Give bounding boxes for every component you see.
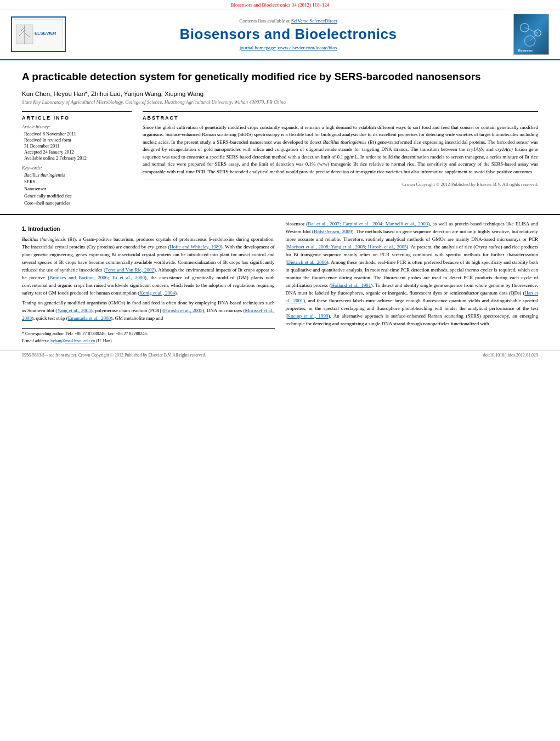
ref-morisset2[interactable]: Morisset et al., 2008; Yang et al., 2005… bbox=[287, 244, 407, 250]
elsevier-box: ELSEVIER bbox=[11, 16, 66, 52]
keyword-4: Genetically modified rice bbox=[22, 193, 132, 200]
intro-section-title: 1. Introduction bbox=[22, 225, 275, 234]
ref-kneipp[interactable]: Kneipp et al., 1999 bbox=[287, 313, 329, 319]
authors-line: Kun Chen, Heyou Han*, Zhihui Luo, Yanjun… bbox=[22, 90, 538, 97]
bottom-copyright: 0956-5663/$ – see front matter. Crown Co… bbox=[22, 353, 206, 358]
article-title: A practicable detection system for genet… bbox=[22, 70, 538, 84]
received-date: Received 8 November 2011 bbox=[22, 131, 132, 137]
elsevier-logo-svg: ELSEVIER bbox=[14, 19, 63, 49]
body-area: 1. Introduction Bacillus thuringiensis (… bbox=[0, 214, 560, 350]
keyword-5: Core–shell nanoparticles bbox=[22, 200, 132, 207]
authors-text: Kun Chen, Heyou Han*, Zhihui Luo, Yanjun… bbox=[22, 90, 203, 97]
ref-bai[interactable]: Bai et al., 2007; Carpini et al., 2004; … bbox=[308, 221, 428, 227]
homepage-line: journal homepage: www.elsevier.com/locat… bbox=[71, 45, 505, 50]
ref-yang2005[interactable]: Yang et al., 2005 bbox=[57, 308, 90, 313]
intro-section-name: Introduction bbox=[28, 226, 60, 232]
footnote-area: * Corresponding author. Tel.: +86 27 872… bbox=[22, 328, 275, 344]
received-revised-label: Received in revised form bbox=[22, 137, 132, 143]
article-info-header: ARTICLE INFO bbox=[22, 115, 132, 121]
article-info-col: ARTICLE INFO Article history: Received 8… bbox=[22, 111, 132, 207]
ref-emanuela[interactable]: Emanuela et al., 2000 bbox=[68, 315, 111, 321]
ref-holland[interactable]: Holland et al., 1991 bbox=[331, 282, 371, 288]
ref-han2001[interactable]: Han et al., 2001 bbox=[286, 290, 538, 303]
article-info-abstract: ARTICLE INFO Article history: Received 8… bbox=[22, 111, 538, 207]
bottom-bar: 0956-5663/$ – see front matter. Crown Co… bbox=[0, 350, 560, 360]
oryza-sativa: Oryza sativa bbox=[475, 244, 500, 250]
intro-section-number: 1. bbox=[22, 226, 26, 232]
abstract-col: ABSTRACT Since the global cultivation of… bbox=[143, 111, 538, 207]
ref-brookes[interactable]: Brookes and Barfoot, 2006; Tu et al., 20… bbox=[49, 275, 145, 280]
footnote-email-link[interactable]: hyhan@mail.hzau.edu.cn bbox=[50, 338, 95, 343]
keywords-label: Keywords: bbox=[22, 165, 132, 171]
body-two-col: 1. Introduction Bacillus thuringiensis (… bbox=[22, 220, 538, 344]
header-area: ELSEVIER Contents lists available at Sci… bbox=[0, 9, 560, 60]
svg-text:ELSEVIER: ELSEVIER bbox=[35, 31, 56, 36]
sciverse-link[interactable]: SciVerse ScienceDirect bbox=[291, 18, 337, 24]
cover-svg: Biosensors bbox=[514, 14, 548, 55]
ref-dietrich[interactable]: Dietrich et al., 2006 bbox=[287, 259, 327, 265]
abstract-copyright: Crown Copyright © 2012 Published by Else… bbox=[143, 179, 538, 187]
revised-date: 31 December 2011 bbox=[22, 143, 132, 149]
journal-cover-area: Biosensors bbox=[505, 14, 549, 55]
footnote-2: E-mail address: hyhan@mail.hzau.edu.cn (… bbox=[22, 338, 275, 344]
ref-hiroshi[interactable]: Hiroshi et al., 2005 bbox=[164, 308, 202, 313]
page: Biosensors and Bioelectronics 34 (2012) … bbox=[0, 0, 560, 741]
journal-bar: Biosensors and Bioelectronics 34 (2012) … bbox=[0, 0, 560, 9]
abstract-content: Since the global cultivation of genetica… bbox=[143, 125, 538, 174]
journal-cover-img: Biosensors bbox=[513, 14, 549, 55]
bottom-doi: doi:10.1016/j.bios.2012.01.029 bbox=[483, 353, 538, 358]
svg-text:Biosensors: Biosensors bbox=[518, 49, 533, 52]
footnote-name: (H. Han). bbox=[95, 338, 112, 343]
article-history-label: Article history: bbox=[22, 124, 132, 129]
abstract-header: ABSTRACT bbox=[143, 115, 538, 121]
svg-rect-7 bbox=[514, 14, 548, 54]
ref-hofte[interactable]: Hofte and Whiteley, 1989 bbox=[169, 244, 221, 250]
elsevier-logo-area: ELSEVIER bbox=[11, 16, 71, 52]
footnote-email-prefix: E-mail address: bbox=[22, 338, 50, 343]
keyword-2: SERS bbox=[22, 178, 132, 185]
accepted-date: Accepted 24 January 2012 bbox=[22, 149, 132, 155]
footnote-1: * Corresponding author. Tel.: +86 27 872… bbox=[22, 331, 275, 337]
bt-name: Bacillus thuringiensis bbox=[22, 236, 66, 242]
homepage-prefix: journal homepage: bbox=[240, 45, 276, 50]
sciverse-line: Contents lists available at SciVerse Sci… bbox=[71, 18, 505, 24]
body-right-col: biosensor (Bai et al., 2007; Carpini et … bbox=[286, 220, 539, 344]
intro-para1: Bacillus thuringiensis (Bt), a Gram-posi… bbox=[22, 236, 275, 297]
journal-title: Biosensors and Bioelectronics bbox=[71, 26, 505, 43]
body-left-col: 1. Introduction Bacillus thuringiensis (… bbox=[22, 220, 275, 344]
keyword-3: Nanosensor bbox=[22, 185, 132, 193]
abstract-text: Since the global cultivation of genetica… bbox=[143, 124, 538, 176]
right-para1: biosensor (Bai et al., 2007; Carpini et … bbox=[286, 220, 539, 327]
available-date: Available online 2 February 2012 bbox=[22, 155, 132, 161]
intro-para2: Testing on genetically modified organism… bbox=[22, 299, 275, 323]
affiliation: State Key Laboratory of Agricultural Mic… bbox=[22, 99, 538, 105]
ref-holstjensen[interactable]: Holst-Jensen, 2009 bbox=[314, 229, 352, 234]
ref-ferre[interactable]: Ferre and Van Rie, 2002 bbox=[105, 267, 154, 273]
journal-citation: Biosensors and Bioelectronics 34 (2012) … bbox=[231, 2, 330, 8]
homepage-link[interactable]: www.elsevier.com/locate/bios bbox=[278, 45, 337, 50]
contents-label: Contents lists available at bbox=[239, 18, 290, 24]
keyword-1: Bacillus thuringiensis bbox=[22, 172, 132, 179]
ref-konig[interactable]: Konig et al., 2004 bbox=[139, 290, 175, 296]
article-area: A practicable detection system for genet… bbox=[0, 60, 560, 212]
header-center: Contents lists available at SciVerse Sci… bbox=[71, 18, 505, 50]
